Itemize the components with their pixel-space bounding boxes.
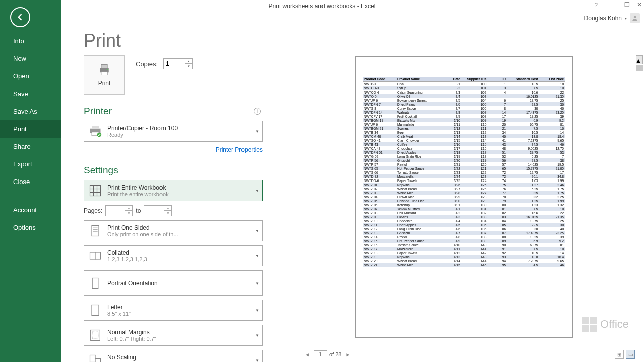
svg-rect-20 — [92, 278, 98, 289]
back-button[interactable] — [10, 7, 30, 27]
scaling-icon: 100 — [87, 352, 103, 362]
svg-point-4 — [107, 69, 108, 70]
scaling-dropdown[interactable]: 100 No ScalingPrint sheets at their actu… — [84, 350, 263, 362]
window-title: Print worksheets and workbooks - Excel — [269, 3, 376, 10]
show-margins-button[interactable]: ⊞ — [615, 350, 624, 359]
page-input[interactable] — [314, 350, 327, 358]
scrollbar-thumb[interactable] — [636, 65, 643, 71]
office-watermark: Office — [582, 317, 629, 332]
next-page-icon[interactable]: ► — [343, 351, 352, 358]
nav-item-account[interactable]: Account — [0, 201, 61, 219]
svg-rect-19 — [95, 252, 101, 259]
copies-label: Copies: — [136, 60, 158, 68]
page-title: Print — [84, 30, 644, 51]
copies-up-icon[interactable]: ▲ — [185, 59, 192, 64]
margins-dropdown[interactable]: Normal MarginsLeft: 0.7" Right: 0.7" ▼ — [84, 325, 263, 346]
printer-dropdown[interactable]: Printer/Copier - Room 100 Ready ▼ — [84, 121, 263, 142]
up-icon[interactable]: ▲ — [125, 206, 132, 211]
printer-icon — [97, 63, 112, 77]
down-icon[interactable]: ▼ — [164, 211, 171, 216]
titlebar: Print worksheets and workbooks - Excel ?… — [0, 0, 644, 12]
avatar[interactable] — [630, 13, 640, 23]
portrait-icon — [87, 275, 103, 291]
svg-rect-2 — [101, 65, 107, 68]
svg-point-0 — [634, 16, 636, 18]
svg-rect-9 — [90, 186, 101, 196]
nav-item-new[interactable]: New — [0, 50, 61, 67]
chevron-down-icon: ▼ — [255, 229, 259, 233]
printer-status-icon — [87, 123, 103, 139]
down-icon[interactable]: ▼ — [125, 211, 132, 216]
pager: ◄ of 28 ► ⊞ ▭ — [293, 349, 635, 360]
zoom-page-button[interactable]: ▭ — [626, 350, 635, 359]
svg-rect-24 — [90, 355, 96, 363]
nav-item-info[interactable]: Info — [0, 32, 61, 50]
close-icon[interactable]: ✕ — [637, 1, 642, 8]
prev-page-icon[interactable]: ◄ — [303, 351, 312, 358]
nav-item-open[interactable]: Open — [0, 67, 61, 85]
svg-rect-6 — [92, 126, 99, 129]
print-button-label: Print — [98, 80, 111, 87]
nav-divider — [0, 196, 61, 196]
workbook-icon — [87, 183, 103, 199]
user-caret-icon[interactable]: ▾ — [625, 16, 627, 21]
page-total: of 28 — [329, 351, 341, 357]
pages-to-spinner[interactable]: ▲▼ — [144, 205, 172, 216]
collate-icon — [87, 248, 103, 264]
svg-rect-14 — [92, 226, 99, 236]
restore-icon[interactable]: ❐ — [624, 1, 630, 8]
chevron-down-icon: ▼ — [255, 189, 259, 193]
sidebar: InfoNewOpenSaveSave AsPrintShareExportCl… — [0, 0, 61, 362]
info-icon[interactable]: i — [254, 108, 261, 115]
printer-status: Ready — [107, 132, 253, 138]
margins-icon — [87, 327, 103, 343]
print-what-dropdown[interactable]: Print Entire Workbook Print the entire w… — [84, 180, 263, 201]
collate-dropdown[interactable]: Collated1,2,3 1,2,3 1,2,3 ▼ — [84, 245, 263, 266]
printer-heading: Printer — [84, 106, 112, 117]
settings-heading: Settings — [84, 165, 118, 176]
chevron-down-icon: ▼ — [255, 358, 259, 363]
help-icon[interactable]: ? — [594, 2, 598, 9]
chevron-down-icon: ▼ — [255, 129, 259, 134]
print-button[interactable]: Print — [84, 55, 125, 95]
preview-area: Product CodeProduct NameDateSupplier IDs… — [293, 55, 635, 348]
copies-input[interactable] — [164, 59, 185, 68]
printer-name: Printer/Copier - Room 100 — [107, 125, 253, 132]
nav-item-save[interactable]: Save — [0, 85, 61, 103]
nav-item-share[interactable]: Share — [0, 138, 61, 155]
nav-item-close[interactable]: Close — [0, 173, 61, 191]
svg-rect-21 — [92, 305, 99, 316]
one-sided-icon — [87, 223, 103, 239]
content: Print Print Copies: ▲▼ Printe — [61, 24, 644, 362]
print-what-sub: Print the entire workbook — [107, 191, 253, 197]
chevron-down-icon: ▼ — [255, 254, 259, 258]
preview-page: Product CodeProduct NameDateSupplier IDs… — [355, 56, 573, 338]
orientation-dropdown[interactable]: Portrait Orientation ▼ — [84, 270, 263, 296]
pages-label: Pages: — [84, 207, 102, 214]
up-icon[interactable]: ▲ — [164, 206, 171, 211]
svg-rect-18 — [90, 252, 96, 259]
paper-icon — [87, 302, 103, 318]
pages-from-spinner[interactable]: ▲▼ — [105, 205, 133, 216]
userbar: Douglas Kohn ▾ — [0, 12, 644, 24]
pages-to-label: to — [136, 207, 141, 214]
chevron-down-icon: ▼ — [255, 333, 259, 338]
copies-spinner[interactable]: ▲▼ — [163, 58, 193, 69]
nav-item-print[interactable]: Print — [0, 120, 61, 138]
paper-dropdown[interactable]: Letter8.5" x 11" ▼ — [84, 300, 263, 321]
sides-dropdown[interactable]: Print One SidedOnly print on one side of… — [84, 220, 263, 241]
svg-rect-3 — [101, 72, 107, 75]
copies-down-icon[interactable]: ▼ — [185, 64, 192, 69]
pages-from-input[interactable] — [106, 206, 125, 215]
pages-to-input[interactable] — [144, 206, 164, 215]
scrollbar-up-icon[interactable]: ▴ — [636, 55, 643, 64]
nav-item-export[interactable]: Export — [0, 155, 61, 173]
printer-properties-link[interactable]: Printer Properties — [216, 146, 263, 153]
nav-item-options[interactable]: Options — [0, 219, 61, 236]
user-name[interactable]: Douglas Kohn — [584, 15, 622, 22]
chevron-down-icon: ▼ — [255, 281, 259, 286]
vertical-divider — [284, 55, 284, 360]
svg-rect-25 — [95, 359, 101, 363]
minimize-icon[interactable]: — — [611, 1, 617, 8]
nav-item-save-as[interactable]: Save As — [0, 103, 61, 120]
